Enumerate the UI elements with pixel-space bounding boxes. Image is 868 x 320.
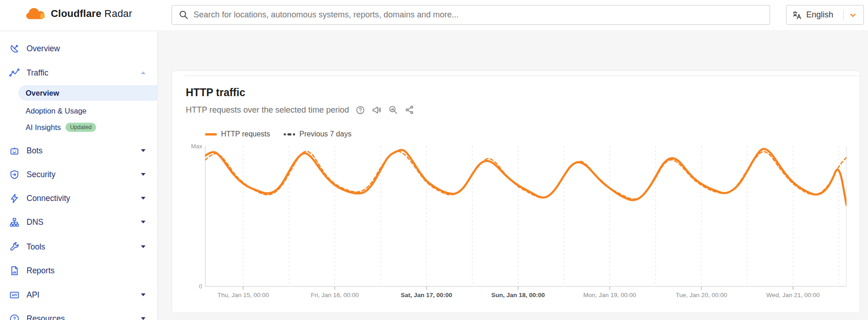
megaphone-icon	[372, 105, 382, 115]
language-selector[interactable]: English	[786, 5, 864, 25]
x-axis-label: Sun, Jan 18, 00:00	[481, 292, 555, 298]
traffic-chart-icon	[9, 68, 20, 78]
chevron-down-icon	[848, 10, 858, 20]
search-input[interactable]	[194, 10, 763, 20]
language-label: English	[806, 10, 833, 20]
robot-icon	[9, 146, 20, 156]
help-button[interactable]	[356, 105, 365, 115]
x-axis-label: Tue, Jan 20, 00:00	[665, 292, 738, 298]
sidebar-item-dns[interactable]: DNS	[0, 213, 157, 231]
chevron-up-icon	[141, 71, 146, 74]
sidebar-subitem-label: Overview	[26, 89, 59, 98]
sidebar-item-resources[interactable]: ? Resources	[0, 310, 157, 320]
chevron-down-icon	[141, 245, 146, 248]
sidebar-subitem-ai-insights[interactable]: AI Insights Updated	[0, 120, 157, 135]
sidebar-item-connectivity[interactable]: Connectivity	[0, 190, 157, 207]
wrench-icon	[9, 242, 20, 252]
share-icon	[404, 105, 415, 115]
main-content: Traffic Worldwide Last 7 days HTTP traff…	[158, 32, 868, 320]
x-axis-label: Mon, Jan 19, 00:00	[573, 292, 647, 298]
x-axis-label: Thu, Jan 15, 00:00	[207, 292, 280, 298]
sidebar-item-overview[interactable]: Overview	[0, 40, 157, 57]
y-axis-zero-label: 0	[176, 283, 202, 290]
chart-subtitle: HTTP requests over the selected time per…	[186, 105, 349, 115]
api-icon: API	[9, 290, 20, 300]
sidebar-item-label: Bots	[27, 146, 43, 156]
dashed-line-swatch	[284, 133, 295, 136]
shield-icon	[9, 169, 20, 180]
sidebar-item-security[interactable]: Security	[0, 166, 157, 183]
chevron-down-icon	[141, 317, 146, 320]
cloudflare-radar-app: Cloudflare Radar English Overview	[0, 0, 868, 320]
sidebar-item-bots[interactable]: Bots	[0, 142, 157, 159]
sidebar-subitem-overview-active[interactable]: Overview	[18, 85, 158, 101]
sidebar-item-traffic[interactable]: Traffic	[0, 64, 157, 81]
search-icon	[178, 10, 189, 20]
magnifier-chart-icon	[388, 105, 398, 115]
cloudflare-radar-logo[interactable]: Cloudflare Radar	[25, 6, 132, 21]
sidebar-subitem-label: Adoption & Usage	[26, 107, 86, 115]
global-search	[172, 5, 770, 25]
x-axis-label: Sat, Jan 17, 00:00	[390, 292, 463, 298]
sidebar-item-label: Resources	[27, 314, 65, 320]
svg-text:?: ?	[13, 316, 16, 320]
divider	[843, 10, 844, 21]
y-axis-max-label: Max	[176, 143, 202, 150]
http-traffic-chart	[205, 146, 846, 291]
x-axis-label: Fri, Jan 16, 00:00	[298, 292, 372, 298]
svg-text:API: API	[12, 293, 17, 297]
sidebar-item-label: Reports	[27, 266, 54, 276]
hierarchy-icon	[9, 217, 20, 228]
sidebar-item-label: DNS	[27, 217, 43, 227]
share-button[interactable]	[404, 105, 415, 115]
chevron-down-icon	[141, 293, 146, 296]
chevron-down-icon	[141, 197, 146, 200]
top-header: Cloudflare Radar English	[0, 0, 868, 31]
x-axis-label: Wed, Jan 21, 00:00	[756, 292, 830, 298]
brand-text: Cloudflare Radar	[51, 8, 132, 20]
sidebar-subitem-label: AI Insights	[26, 123, 61, 132]
legend-item-http-requests: HTTP requests	[205, 130, 270, 138]
chart-subtitle-row: HTTP requests over the selected time per…	[186, 105, 415, 115]
radar-dish-icon	[9, 43, 20, 54]
sidebar-item-label: Overview	[27, 44, 60, 54]
announcement-button[interactable]	[372, 105, 382, 115]
report-document-icon	[9, 266, 20, 276]
lightning-icon	[9, 193, 20, 204]
legend-label: HTTP requests	[221, 130, 270, 138]
chevron-down-icon	[141, 149, 146, 152]
chart-legend: HTTP requests Previous 7 days	[205, 130, 351, 138]
x-axis-labels: Thu, Jan 15, 00:00Fri, Jan 16, 00:00Sat,…	[205, 292, 846, 301]
sidebar-subitem-adoption-usage[interactable]: Adoption & Usage	[0, 103, 157, 118]
sidebar-nav: Overview Traffic Overview Adoption & Usa…	[0, 32, 158, 320]
sidebar-item-label: Security	[27, 170, 55, 179]
sidebar-item-reports[interactable]: Reports	[0, 262, 157, 279]
legend-item-previous-7-days: Previous 7 days	[284, 130, 351, 138]
http-traffic-card: HTTP traffic HTTP requests over the sele…	[172, 71, 860, 313]
chevron-down-icon	[141, 173, 146, 176]
translate-icon	[792, 10, 802, 20]
sidebar-item-label: Connectivity	[27, 194, 70, 203]
explore-data-button[interactable]	[388, 105, 398, 115]
sidebar-item-label: Traffic	[27, 68, 49, 78]
question-circle-icon: ?	[9, 314, 20, 320]
sidebar-item-tools[interactable]: Tools	[0, 238, 157, 255]
chart-title: HTTP traffic	[186, 87, 245, 99]
legend-label: Previous 7 days	[299, 130, 351, 138]
sidebar-item-api[interactable]: API API	[0, 286, 157, 304]
chevron-down-icon	[141, 221, 146, 223]
updated-badge: Updated	[65, 123, 96, 132]
question-circle-icon	[356, 105, 365, 115]
cloudflare-cloud-icon	[25, 6, 46, 21]
sidebar-item-label: API	[27, 290, 39, 300]
sidebar-item-label: Tools	[27, 242, 45, 252]
card-top-divider	[185, 76, 859, 76]
solid-line-swatch	[205, 133, 217, 136]
chart-plot-svg	[205, 146, 846, 291]
